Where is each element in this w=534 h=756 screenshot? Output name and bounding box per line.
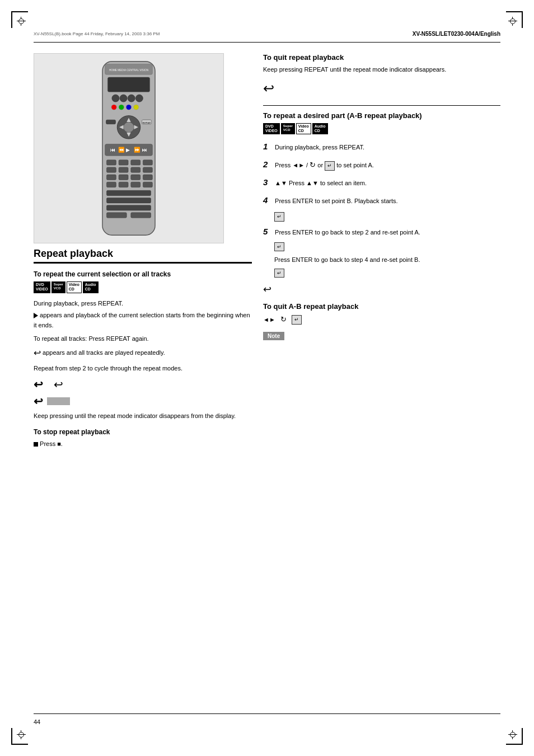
page-number: 44 [34, 719, 40, 725]
svg-point-9 [119, 105, 124, 110]
step-4-enter: ↵ [274, 212, 500, 222]
left-column: HOME MEDIA CENTRAL VISION [34, 53, 252, 454]
svg-rect-3 [107, 77, 149, 92]
svg-rect-43 [106, 198, 151, 203]
svg-point-8 [111, 105, 116, 110]
crosshair-tl [17, 17, 26, 26]
play-icon [34, 313, 38, 318]
remote-svg: HOME MEDIA CENTRAL VISION [90, 59, 168, 238]
file-info: XV-N55SL(B).book Page 44 Friday, Februar… [34, 31, 160, 36]
enter-btn-5b: ↵ [274, 269, 284, 278]
svg-rect-26 [106, 160, 116, 165]
step-5a-text: Press ENTER to go back to step 2 and re-… [275, 229, 420, 236]
svg-rect-31 [119, 167, 128, 172]
svg-rect-41 [143, 182, 152, 187]
keep-pressing-text: Keep pressing until the repeat mode indi… [34, 411, 252, 421]
svg-text:HOME MEDIA CENTRAL VISION: HOME MEDIA CENTRAL VISION [109, 69, 148, 72]
step-3-text: Press ▲▼ to select an item. [289, 180, 367, 186]
step-4-num: 4 [263, 194, 273, 207]
crosshair-br [508, 730, 517, 739]
note-box: Note [263, 332, 284, 340]
right-column: To quit repeat playback Keep pressing RE… [263, 53, 500, 340]
page-container: XV-N55SL(B).book Page 44 Friday, Februar… [0, 0, 534, 756]
highlight-box [47, 397, 69, 405]
svg-point-13 [124, 122, 134, 133]
svg-rect-39 [119, 182, 128, 187]
svg-rect-40 [131, 182, 140, 187]
svg-rect-30 [106, 167, 116, 172]
badge-video-cd: VideoCD [67, 281, 82, 293]
model-number: XV-N55SL/LET0230-004A/English [413, 31, 500, 37]
svg-rect-36 [131, 175, 140, 180]
svg-text:REPEAT: REPEAT [143, 122, 151, 124]
svg-point-7 [135, 95, 143, 102]
svg-rect-18 [106, 120, 116, 124]
repeat-mode-indicator: ↩ [34, 395, 252, 408]
step-2-suffix: to set point A. [336, 162, 374, 168]
svg-text:⏪: ⏪ [118, 147, 125, 153]
header: XV-N55SL(B).book Page 44 Friday, Februar… [34, 31, 500, 37]
svg-rect-44 [106, 205, 151, 210]
ab-repeat-title: To repeat a desired part (A-B repeat pla… [263, 111, 500, 120]
badge-super-vcd: SuperVCD [51, 281, 65, 293]
enter-btn-5a: ↵ [274, 242, 284, 251]
top-rule [34, 42, 500, 43]
lr-icon: ◄► [292, 162, 305, 168]
step-4-text: Press ENTER to set point B. Playback sta… [275, 198, 397, 204]
quit-ab-title: To quit A-B repeat playback [263, 302, 500, 311]
svg-text:⏭: ⏭ [142, 147, 147, 153]
badge-dvd: DVDVIDEO [34, 281, 50, 293]
quit-repeat-icon: ↩ [263, 81, 500, 96]
svg-point-10 [126, 105, 131, 110]
remote-image: HOME MEDIA CENTRAL VISION [34, 53, 224, 243]
badge-video-cd-right: VideoCD [296, 123, 311, 135]
repeat-icon-row: ↩ ↩ [34, 378, 252, 391]
ab-steps: 1 During playback, press REPEAT. 2 Press… [263, 140, 500, 297]
crosshair-bl [17, 730, 26, 739]
svg-point-5 [120, 95, 127, 102]
svg-rect-29 [143, 160, 152, 165]
step-1-num: 1 [263, 140, 273, 153]
step-5b-enter: ↵ [274, 268, 500, 278]
badge-audio-cd: AudioCD [83, 281, 99, 293]
section-title: Repeat playback [34, 248, 252, 264]
svg-rect-46 [131, 213, 151, 218]
svg-point-11 [133, 105, 138, 110]
step-2-text: Press [275, 162, 292, 168]
step-5a-enter: ↵ [274, 242, 500, 252]
step-2-num: 2 [263, 158, 273, 171]
subsection-repeat-current-title: To repeat the current selection or all t… [34, 270, 252, 278]
svg-rect-42 [106, 190, 151, 195]
ud-icon: ▲▼ [275, 180, 287, 186]
skip-icon: ↻ [310, 161, 316, 169]
stop-icon [34, 442, 38, 447]
divider-1 [263, 105, 500, 106]
svg-rect-38 [106, 182, 116, 187]
badge-group-left: DVDVIDEO SuperVCD VideoCD AudioCD [34, 281, 252, 293]
svg-rect-34 [106, 175, 116, 180]
enter-btn-4: ↵ [274, 212, 284, 221]
badge-audio-cd-right: AudioCD [312, 123, 328, 135]
svg-rect-27 [119, 160, 128, 165]
bottom-rule [34, 713, 500, 714]
step-5b-text: Press ENTER to go back to step 4 and re-… [274, 255, 500, 265]
enter-btn-2: ↵ [325, 161, 335, 170]
quit-repeat-title: To quit repeat playback [263, 53, 500, 62]
stop-repeat-title: To stop repeat playback [34, 428, 252, 436]
step-1-text: During playback, press REPEAT. [275, 144, 364, 151]
stop-repeat-text: Press ■. [34, 439, 252, 449]
step-3-num: 3 [263, 176, 273, 189]
left-body-text: During playback, press REPEAT. appears a… [34, 299, 252, 374]
svg-text:▶: ▶ [126, 147, 130, 153]
svg-rect-45 [106, 213, 127, 218]
svg-text:⏩: ⏩ [134, 147, 140, 153]
badge-group-right: DVDVIDEO SuperVCD VideoCD AudioCD [263, 123, 500, 135]
quit-repeat-text: Keep pressing REPEAT until the repeat mo… [263, 65, 500, 75]
svg-rect-37 [143, 175, 152, 180]
svg-point-6 [128, 95, 135, 102]
quit-ab-enter-btn: ↵ [292, 315, 302, 324]
crosshair-tr [508, 17, 517, 26]
to-stop-section: To stop repeat playback Press ■. [34, 428, 252, 449]
quit-ab-text: ◄► ↻ ↵ [263, 314, 500, 326]
step-5-num: 5 [263, 225, 273, 238]
